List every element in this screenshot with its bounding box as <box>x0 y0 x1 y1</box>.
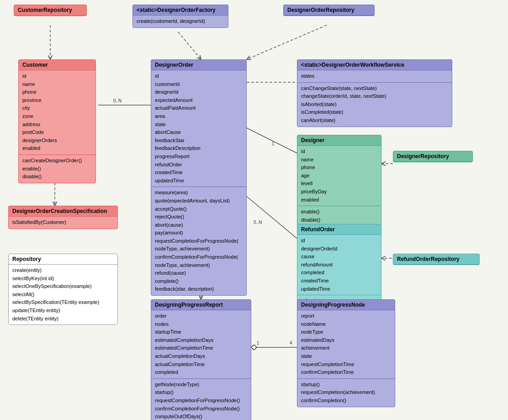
refund-order-repository-box: RefundOrderRepository <box>393 254 480 265</box>
designing-progress-report-methods: getNode(nodeType)startup()requestComplet… <box>151 379 251 420</box>
customer-repository-box: CustomerRepository <box>14 5 87 16</box>
svg-text:4: 4 <box>290 340 292 346</box>
designing-progress-node-title: DesigningProgressNode <box>297 300 395 310</box>
designer-methods: enable()disable() <box>297 206 381 226</box>
customer-fields: idnamephoneprovincecityzoneaddresspostCo… <box>19 70 95 155</box>
customer-repository-title: CustomerRepository <box>14 5 86 16</box>
repository-title: Repository <box>9 254 117 265</box>
refund-order-repository-title: RefundOrderRepository <box>393 254 479 265</box>
designer-order-factory-methods: create(customerId, designerId) <box>133 16 228 27</box>
designing-progress-node-box: DesigningProgressNode reportnodeNamenode… <box>297 299 395 407</box>
designer-order-creation-spec-box: DesignerOrderCreationSpecification isSat… <box>8 206 118 229</box>
refund-order-box: RefundOrder iddesignerOrderIdcauserefund… <box>297 224 381 308</box>
designer-fields: idnamephoneagelevelIpriceByDayenabled <box>297 146 381 206</box>
designing-progress-report-fields: ordernodesstartupTimeestimatedCompletion… <box>151 310 251 379</box>
svg-text:0..N: 0..N <box>254 220 262 225</box>
designing-progress-report-box: DesigningProgressReport ordernodesstartu… <box>151 299 251 420</box>
designer-title: Designer <box>297 135 381 146</box>
designer-repository-box: DesignerRepository <box>393 151 473 162</box>
designer-order-creation-spec-methods: isSatisfiedBy(Customer) <box>9 217 117 229</box>
designer-order-box: DesignerOrder idcustomerIddesignerIdexpe… <box>151 59 247 296</box>
designer-order-repository-title: DesignerOrderRepository <box>284 5 374 16</box>
designer-order-fields: idcustomerIddesignerIdexpectedAmountactu… <box>151 70 246 187</box>
workflow-service-methods: canChangeState(state, nextState)changeSt… <box>297 83 452 127</box>
designing-progress-node-fields: reportnodeNamenodeTypeestimatedDaysachie… <box>297 310 395 379</box>
customer-title: Customer <box>19 60 95 70</box>
designer-order-creation-spec-title: DesignerOrderCreationSpecification <box>9 206 117 217</box>
refund-order-title: RefundOrder <box>297 224 381 235</box>
svg-line-3 <box>247 25 327 59</box>
designer-order-workflow-service-title: <static>DesignerOrderWorkflowService <box>297 60 452 70</box>
svg-line-9 <box>247 197 302 242</box>
designer-order-factory-title: <static>DesignerOrderFactory <box>133 5 228 16</box>
designer-box: Designer idnamephoneagelevelIpriceByDaye… <box>297 135 381 226</box>
svg-text:0..N: 0..N <box>113 98 122 103</box>
designer-order-methods: measure(area)quote(expectedAmount, daysL… <box>151 187 246 295</box>
svg-line-2 <box>178 32 201 59</box>
designer-order-workflow-service-box: <static>DesignerOrderWorkflowService sta… <box>297 59 452 127</box>
svg-line-7 <box>247 128 302 155</box>
customer-methods: canCreateDesignerOrder()enable()disable(… <box>19 155 95 183</box>
svg-text:1: 1 <box>257 340 259 346</box>
diagram-canvas: 0..N 1 0..N 1 1 4 CustomerRepository <st… <box>0 0 508 420</box>
customer-box: Customer idnamephoneprovincecityzoneaddr… <box>18 59 96 183</box>
repository-methods: create(entity)selectByKey(int id)selectO… <box>9 265 117 324</box>
designer-order-factory-box: <static>DesignerOrderFactory create(cust… <box>132 5 228 28</box>
designing-progress-report-title: DesigningProgressReport <box>151 300 251 310</box>
svg-text:1: 1 <box>272 141 275 146</box>
designer-order-title: DesignerOrder <box>151 60 246 70</box>
workflow-service-fields: states <box>297 70 452 83</box>
designer-order-repository-box: DesignerOrderRepository <box>283 5 375 16</box>
designing-progress-node-methods: startup()requestCompletion(achievement)c… <box>297 379 395 407</box>
designer-repository-title: DesignerRepository <box>393 151 472 162</box>
repository-box: Repository create(entity)selectByKey(int… <box>8 254 118 325</box>
refund-order-fields: iddesignerOrderIdcauserefundAmountcomple… <box>297 235 381 295</box>
